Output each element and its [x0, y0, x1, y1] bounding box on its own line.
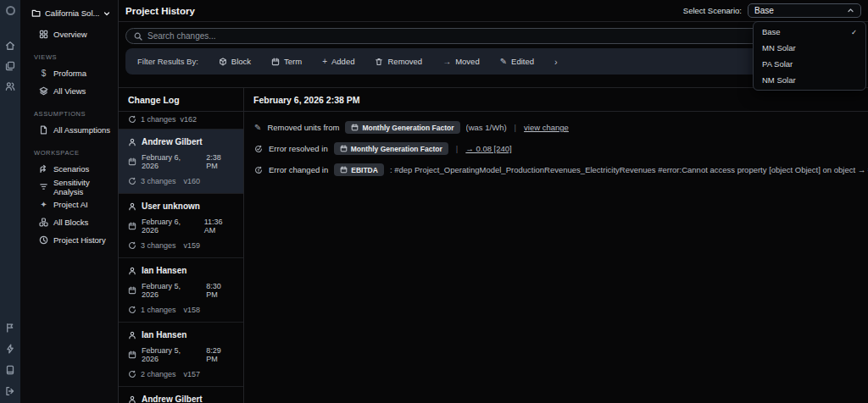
sidebar-item-all-views[interactable]: All Views [20, 82, 118, 100]
dropdown-option-nm-solar[interactable]: NM Solar [754, 72, 865, 88]
sidebar-item-scenarios[interactable]: Scenarios [20, 160, 118, 178]
users-icon[interactable] [5, 81, 15, 91]
block-chip[interactable]: EBITDA [334, 163, 384, 176]
block-cube-icon [219, 58, 227, 66]
version-label: v157 [184, 370, 201, 378]
search-icon [134, 32, 142, 41]
section-assumptions: ASSUMPTIONS [20, 100, 118, 121]
filter-edited-button[interactable]: ✎ Edited [500, 57, 534, 66]
change-action: Error changed in [269, 165, 328, 174]
change-log-pane: Change Log 1 changes v162 Andrew Gilbert… [119, 88, 244, 403]
plus-icon: + [322, 57, 327, 66]
calendar-icon [340, 145, 348, 152]
docs-book-icon[interactable] [5, 365, 15, 375]
dollar-icon: $ [39, 69, 48, 78]
change-row-error-resolved: Error resolved in Monthly Generation Fac… [254, 142, 868, 155]
sidebar-item-project-history[interactable]: Project History [20, 231, 118, 249]
option-label: NM Solar [762, 75, 796, 85]
entry-time: 11:36 AM [204, 218, 234, 235]
pencil-icon: ✎ [254, 123, 261, 132]
dropdown-option-pa-solar[interactable]: PA Solar [754, 56, 865, 72]
person-icon [128, 395, 136, 403]
entry-date: February 5, 2026 [142, 282, 198, 299]
topbar: Project History Select Scenario: Base [119, 0, 868, 22]
version-label: v162 [181, 115, 198, 124]
filter-removed-button[interactable]: Removed [375, 57, 422, 66]
filters-more-chevron[interactable]: › [554, 57, 558, 67]
change-log-entry[interactable]: Ian Hansen February 5, 20268:30 PM 1 cha… [119, 258, 243, 323]
entry-date: February 6, 2026 [142, 218, 197, 235]
home-icon[interactable] [5, 41, 15, 51]
scenario-dropdown-menu: Base ✓ MN Solar PA Solar NM Solar [753, 21, 866, 91]
filter-label: Added [331, 57, 354, 66]
detail-title: February 6, 2026 2:38 PM [244, 88, 868, 112]
filter-label: Edited [511, 57, 534, 66]
changes-count: 3 changes [141, 177, 176, 185]
file-icon [39, 125, 48, 135]
change-log-entry[interactable]: User unknown February 6, 202611:36 AM 3 … [119, 194, 243, 258]
change-log-entry[interactable]: Ian Hansen February 5, 20268:29 PM 2 cha… [119, 323, 243, 387]
sidebar-item-label: Overview [53, 30, 87, 39]
sidebar: California Sol... Overview VIEWS $ Profo… [20, 0, 119, 403]
entry-user: User unknown [142, 202, 200, 211]
filter-funnel-icon [39, 182, 48, 191]
search-input[interactable] [147, 31, 853, 41]
resolved-icon [254, 145, 263, 153]
filter-block-button[interactable]: Block [219, 57, 251, 66]
versions-icon [128, 177, 136, 185]
logout-icon[interactable] [5, 386, 15, 396]
sidebar-item-label: Project History [53, 235, 106, 245]
projects-icon[interactable] [5, 61, 15, 71]
person-icon [128, 202, 136, 211]
scenario-select-value: Base [754, 6, 774, 15]
sidebar-item-overview[interactable]: Overview [20, 25, 118, 43]
dropdown-option-base[interactable]: Base ✓ [754, 24, 865, 40]
project-switcher[interactable]: California Sol... [20, 0, 118, 25]
chip-label: Monthly Generation Factor [351, 145, 442, 153]
calendar-icon [128, 157, 136, 166]
sidebar-item-label: Scenarios [53, 164, 89, 174]
entry-user: Andrew Gilbert [142, 395, 203, 403]
version-label: v160 [184, 177, 201, 185]
change-log-entry[interactable]: Andrew Gilbert February 4, 20263:21 PM 2… [119, 387, 243, 403]
dropdown-option-mn-solar[interactable]: MN Solar [754, 40, 865, 56]
search-bar [125, 28, 861, 44]
filter-term-button[interactable]: Term [271, 57, 302, 66]
view-change-link[interactable]: view change [524, 123, 569, 132]
folder-icon [31, 8, 41, 18]
calendar-icon [128, 222, 136, 230]
option-label: MN Solar [762, 43, 796, 52]
changes-count: 1 changes [141, 115, 176, 124]
block-chip[interactable]: Monthly Generation Factor [334, 142, 448, 155]
filter-label: Block [231, 57, 251, 66]
branch-icon [39, 164, 48, 174]
calendar-icon [351, 124, 359, 131]
resolved-value-link[interactable]: → 0.08 [240] [465, 144, 511, 153]
scenario-select[interactable]: Base [748, 3, 861, 18]
filter-label: Term [284, 57, 302, 66]
change-action: Removed units from [267, 123, 339, 132]
entry-user: Ian Hansen [142, 266, 186, 275]
entry-date: February 6, 2026 [142, 153, 198, 170]
sidebar-item-proforma[interactable]: $ Proforma [20, 64, 118, 82]
filter-added-button[interactable]: + Added [322, 57, 354, 66]
sidebar-item-label: Project AI [53, 200, 88, 209]
separator: | [513, 123, 518, 132]
sidebar-item-label: All Views [53, 86, 86, 96]
project-name: California Sol... [45, 8, 99, 18]
zap-icon[interactable] [5, 344, 15, 354]
change-log-entry-partial[interactable]: 1 changes v162 [119, 112, 243, 130]
sidebar-item-all-blocks[interactable]: All Blocks [20, 213, 118, 231]
sidebar-item-project-ai[interactable]: ✦ Project AI [20, 196, 118, 213]
chip-label: Monthly Generation Factor [362, 124, 453, 132]
page-title: Project History [125, 6, 195, 16]
change-log-entry[interactable]: Andrew Gilbert February 6, 20262:38 PM 3… [119, 130, 243, 194]
filter-moved-button[interactable]: → Moved [442, 57, 480, 66]
trash-icon [375, 58, 383, 66]
entry-user: Ian Hansen [142, 330, 186, 340]
entry-time: 2:38 PM [206, 153, 234, 170]
sidebar-item-all-assumptions[interactable]: All Assumptions [20, 121, 118, 139]
feedback-flag-icon[interactable] [5, 323, 15, 333]
sidebar-item-sensitivity-analysis[interactable]: Sensitivity Analysis [20, 178, 118, 196]
block-chip[interactable]: Monthly Generation Factor [345, 121, 459, 134]
